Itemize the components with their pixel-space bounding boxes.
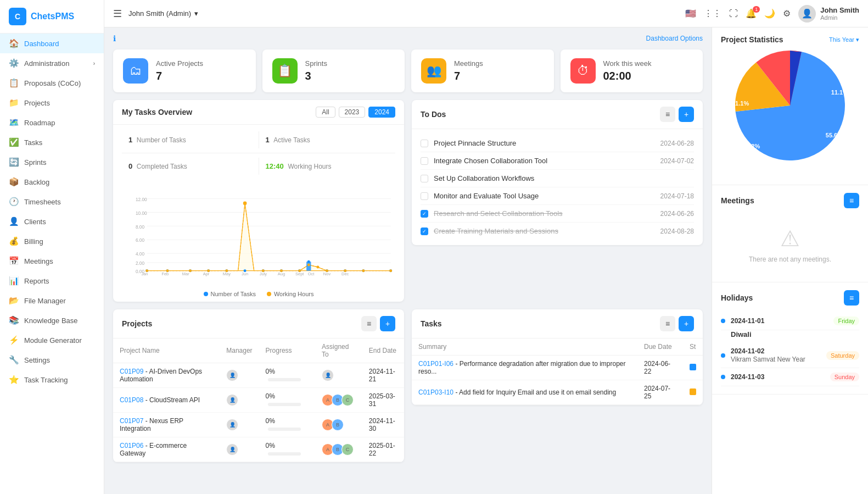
todo-text: Create Training Materials and Sessions [434,227,655,235]
sidebar-item-sprints[interactable]: 🔄 Sprints [0,152,104,172]
sidebar-item-tasks[interactable]: ✅ Tasks [0,132,104,152]
todo-checkbox[interactable] [421,157,428,165]
stat-card-meetings: 👥 Meetings 7 [411,49,554,92]
todo-checkbox[interactable]: ✓ [421,227,428,235]
projects-add-button[interactable]: + [380,316,395,331]
sidebar-item-label-module-generator: Module Generator [24,336,82,345]
tasks-table-wrap: SummaryDue DateSt C01P01-I06 - Performan… [412,338,703,405]
avatar: 👤 [798,5,816,23]
project-assigned-cell: 👤 [315,363,362,388]
sidebar-item-administration[interactable]: ⚙️ Administration › [0,53,104,73]
notification-icon[interactable]: 🔔 1 [746,8,757,19]
sidebar-item-file-manager[interactable]: 📂 File Manager [0,291,104,310]
sidebar-item-backlog[interactable]: 📦 Backlog [0,172,104,192]
holiday-date: 2024-11-01 [731,317,828,325]
sidebar-item-knowledge-base[interactable]: 📚 Knowledge Base [0,310,104,330]
svg-point-44 [389,269,392,272]
user-info: John Smith Admin [820,6,859,21]
project-statistics-period[interactable]: This Year ▾ [829,36,859,43]
theme-icon[interactable]: 🌙 [764,8,775,19]
project-link[interactable]: C01P09 [120,368,143,375]
sidebar-item-projects[interactable]: 📁 Projects [0,93,104,113]
project-link[interactable]: C01P07 [120,417,143,425]
project-link[interactable]: C01P06 [120,442,143,449]
projects-col-project-name: Project Name [113,338,220,363]
topbar-user-dropdown[interactable]: John Smith (Admin) ▾ [128,9,198,18]
project-manager-cell: 👤 [220,413,259,437]
hamburger-button[interactable]: ☰ [113,8,122,20]
sidebar-item-clients[interactable]: 👤 Clients [0,212,104,231]
sidebar-item-dashboard[interactable]: 🏠 Dashboard [0,34,104,53]
todos-card-inner: To Dos ≡ + Project Pinnacle Structure 20… [412,100,703,245]
app-logo[interactable]: C ChetsPMS [0,0,104,34]
tasks-tab-2024[interactable]: 2024 [368,107,395,118]
fullscreen-icon[interactable]: ⛶ [729,9,738,19]
svg-text:8.00: 8.00 [136,224,145,230]
settings-icon[interactable]: ⚙ [783,8,791,19]
chart-legend: Number of Tasks Working Hours [122,291,395,297]
sidebar-item-task-tracking[interactable]: ⭐ Task Tracking [0,370,104,390]
todos-list-button[interactable]: ≡ [660,107,675,122]
dashboard-options-button[interactable]: Dashboard Options [646,35,703,42]
task-summary-cell: C01P01-I06 - Performance degradation aft… [412,356,637,380]
chart-area: 12.00 10.00 8.00 6.00 4.00 2.00 0.00 [113,181,404,302]
sidebar-item-reports[interactable]: 📊 Reports [0,271,104,291]
task-link[interactable]: C01P01-I06 [418,360,453,368]
svg-text:Aug: Aug [278,271,285,276]
svg-text:Jun: Jun [242,271,248,276]
projects-list-button[interactable]: ≡ [361,316,377,331]
sidebar: C ChetsPMS 🏠 Dashboard ⚙️ Administration… [0,0,104,494]
dashboard-icon: 🏠 [9,38,19,48]
arrow-icon: › [93,60,95,66]
notification-badge: 1 [753,6,760,13]
svg-point-35 [243,202,247,206]
tasks-col-st: St [683,338,703,356]
tasks-tab-all[interactable]: All [316,107,335,118]
flag-icon[interactable]: 🇺🇸 [685,8,696,19]
app-name: ChetsPMS [31,12,74,21]
project-assigned-cell: AB [315,413,362,437]
todo-checkbox[interactable] [421,192,428,200]
meetings-section-title: Meetings [721,196,754,205]
holidays-more-button[interactable]: ≡ [844,290,859,306]
todo-date: 2024-07-02 [660,157,694,165]
todo-date: 2024-07-18 [660,192,694,200]
todos-add-button[interactable]: + [679,107,694,122]
todo-checkbox[interactable] [421,175,428,182]
sidebar-item-label-sprints: Sprints [24,158,46,166]
completed-tasks-stat: 0 Completed Tasks [122,158,259,175]
projects-actions: ≡ + [361,316,395,331]
sidebar-item-timesheets[interactable]: 🕐 Timesheets [0,192,104,212]
sidebar-item-module-generator[interactable]: ⚡ Module Generator [0,330,104,350]
project-manager-cell: 👤 [220,388,259,413]
todo-checkbox[interactable] [421,140,428,147]
user-name: John Smith [820,6,859,14]
task-link[interactable]: C01P03-I10 [418,388,453,396]
sidebar-item-roadmap[interactable]: 🗺️ Roadmap [0,113,104,132]
tasks-list-button[interactable]: ≡ [660,316,675,331]
project-assigned-cell: ABC [315,388,362,413]
stat-info: Sprints 3 [305,59,327,82]
svg-text:4.00: 4.00 [136,251,145,257]
stat-card-work-this-week: ⏱ Work this week 02:00 [561,49,703,92]
tasks-tab-2023[interactable]: 2023 [339,107,366,118]
todo-date: 2024-06-28 [660,140,694,147]
tasks-add-button[interactable]: + [679,316,694,331]
project-link[interactable]: C01P08 [120,396,143,404]
billing-icon: 💰 [9,236,19,246]
project-manager-cell: 👤 [220,437,259,462]
projects-card-inner: Projects ≡ + Project NameManagerProgress… [113,309,404,462]
svg-text:Oct: Oct [308,271,315,276]
todo-checkbox[interactable]: ✓ [421,210,428,218]
sidebar-item-meetings[interactable]: 📅 Meetings [0,251,104,271]
sidebar-item-settings[interactable]: 🔧 Settings [0,350,104,370]
holidays-section: Holidays ≡ 2024-11-01 Friday Diwali 2024… [712,282,868,395]
sidebar-item-proposals[interactable]: 📋 Proposals (CoCo) [0,73,104,93]
meetings-add-button[interactable]: ≡ [844,193,859,208]
todo-item: Set Up Collaboration Workflows [421,170,694,187]
grid-icon[interactable]: ⋮⋮ [704,8,721,19]
knowledge-base-icon: 📚 [9,315,19,325]
sidebar-item-billing[interactable]: 💰 Billing [0,231,104,251]
task-tracking-icon: ⭐ [9,375,19,385]
user-profile[interactable]: 👤 John Smith Admin [798,5,859,23]
